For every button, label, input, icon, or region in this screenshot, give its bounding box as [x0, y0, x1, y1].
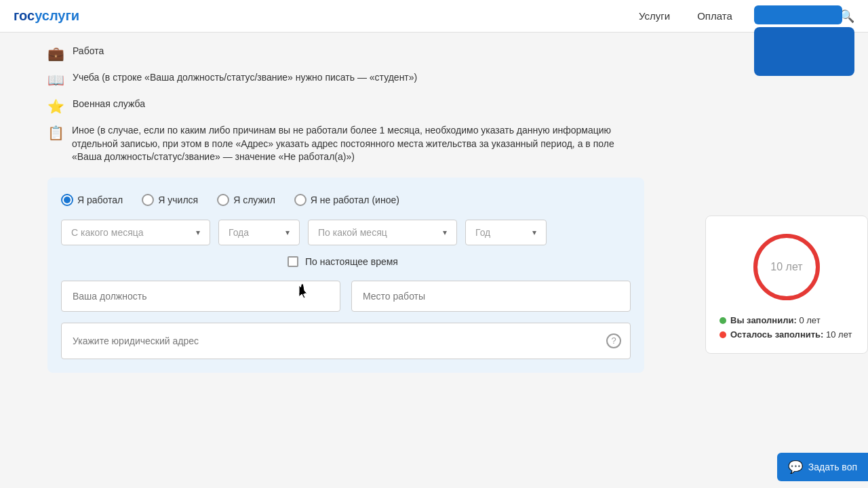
work-text: Работа — [73, 45, 104, 58]
remaining-dot — [719, 331, 726, 338]
present-row: По настоящее время — [64, 256, 631, 267]
remaining-text: Осталось заполнить: 10 лет — [730, 329, 852, 340]
workplace-input[interactable] — [351, 281, 631, 312]
info-list: 💼 Работа 📖 Учеба (в строке «Ваша должнос… — [47, 45, 644, 164]
header: госуслуги Услуги Оплата Поддержка 🔍 — [0, 0, 868, 33]
inputs-row — [61, 281, 631, 312]
chat-icon: 💬 — [788, 460, 803, 474]
radio-notworked-label: Я не работал (иное) — [311, 195, 399, 205]
radio-worked-circle — [61, 194, 73, 206]
other-icon: 📋 — [47, 125, 64, 141]
radio-group: Я работал Я учился Я служил Я не работал… — [61, 194, 631, 206]
radio-notworked-circle — [294, 194, 307, 206]
study-text: Учеба (в строке «Ваша должность/статус/з… — [73, 71, 417, 85]
to-month-placeholder: По какой месяц — [318, 227, 387, 238]
logo: госуслуги — [14, 8, 79, 24]
radio-worked[interactable]: Я работал — [61, 194, 123, 206]
address-row: ? — [61, 323, 631, 359]
radio-served-label: Я служил — [233, 195, 275, 205]
remaining-line: Осталось заполнить: 10 лет — [719, 329, 854, 340]
present-label: По настоящее время — [305, 256, 398, 267]
radio-studied-circle — [142, 194, 154, 206]
nav-payment[interactable]: Оплата — [697, 10, 732, 22]
filled-text: Вы заполнили: 0 лет — [730, 315, 821, 325]
radio-studied[interactable]: Я учился — [142, 194, 198, 206]
form-section: Я работал Я учился Я служил Я не работал… — [47, 178, 644, 373]
radio-served-circle — [217, 194, 229, 206]
military-text: Военная служба — [73, 98, 145, 111]
left-content: 💼 Работа 📖 Учеба (в строке «Ваша должнос… — [47, 45, 821, 373]
logo-gos: гос — [14, 8, 35, 23]
progress-info: Вы заполнили: 0 лет Осталось заполнить: … — [719, 315, 854, 340]
logo-uslugi: услуги — [35, 8, 79, 23]
other-text: Иное (в случае, если по каким либо причи… — [72, 124, 644, 164]
filled-line: Вы заполнили: 0 лет — [719, 315, 854, 325]
from-month-dropdown[interactable]: С какого месяца ▾ — [61, 220, 210, 245]
address-input[interactable] — [61, 323, 631, 359]
present-checkbox[interactable] — [288, 256, 298, 267]
from-year-placeholder: Года — [229, 227, 249, 238]
info-item-work: 💼 Работа — [47, 45, 644, 62]
chat-label: Задать воп — [808, 462, 857, 472]
to-year-chevron: ▾ — [532, 228, 536, 237]
circle-progress: 10 лет — [749, 230, 824, 304]
radio-worked-label: Я работал — [77, 195, 123, 205]
sidebar-widget: 10 лет Вы заполнили: 0 лет Осталось запо… — [705, 216, 868, 354]
chat-button[interactable]: 💬 Задать воп — [777, 453, 868, 481]
dropdowns-row: С какого месяца ▾ Года ▾ По какой месяц … — [61, 220, 631, 245]
address-help-icon[interactable]: ? — [606, 333, 621, 348]
to-month-dropdown[interactable]: По какой месяц ▾ — [308, 220, 457, 245]
top-button-1[interactable] — [754, 5, 842, 24]
circle-text: 10 лет — [770, 261, 802, 273]
content-area: 💼 Работа 📖 Учеба (в строке «Ваша должнос… — [0, 33, 868, 385]
from-month-placeholder: С какого месяца — [71, 227, 144, 238]
position-input[interactable] — [61, 281, 340, 312]
study-icon: 📖 — [47, 72, 64, 88]
from-year-dropdown[interactable]: Года ▾ — [218, 220, 300, 245]
radio-studied-label: Я учился — [158, 195, 198, 205]
info-item-other: 📋 Иное (в случае, если по каким либо при… — [47, 124, 644, 164]
info-item-military: ⭐ Военная служба — [47, 98, 644, 115]
filled-dot — [719, 317, 726, 324]
to-year-dropdown[interactable]: Год ▾ — [465, 220, 547, 245]
from-year-chevron: ▾ — [285, 228, 290, 237]
nav-services[interactable]: Услуги — [639, 10, 670, 22]
to-month-chevron: ▾ — [443, 228, 447, 237]
work-icon: 💼 — [47, 45, 64, 62]
radio-served[interactable]: Я служил — [217, 194, 275, 206]
to-year-placeholder: Год — [475, 227, 490, 238]
info-item-study: 📖 Учеба (в строке «Ваша должность/статус… — [47, 71, 644, 88]
military-icon: ⭐ — [47, 98, 64, 115]
from-month-chevron: ▾ — [196, 228, 200, 237]
radio-notworked[interactable]: Я не работал (иное) — [294, 194, 399, 206]
